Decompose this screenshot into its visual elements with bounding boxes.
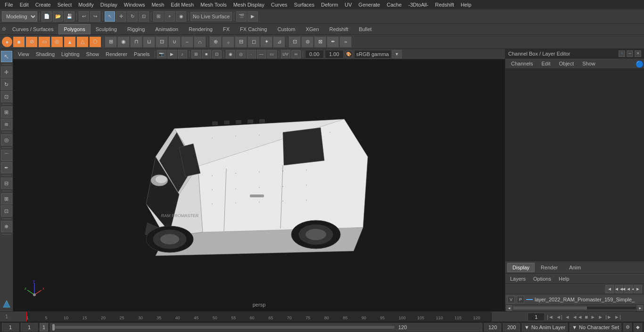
soft-modify-button[interactable]: ≋ [1, 119, 12, 130]
shelf-plane[interactable]: ▭ [38, 36, 50, 48]
render-settings-button[interactable]: 🎬 [236, 11, 247, 22]
vp-menu-show[interactable]: Show [83, 50, 102, 58]
timeline-ruler[interactable]: 1 5 10 15 20 25 30 35 40 45 50 55 60 65 … [26, 312, 492, 322]
menu-create[interactable]: Create [33, 1, 54, 8]
menu-edit-mesh[interactable]: Edit Mesh [168, 1, 197, 8]
stop-button[interactable]: ■ [585, 314, 588, 320]
next-key-button[interactable]: |► [605, 314, 612, 320]
menu-mesh-display[interactable]: Mesh Display [231, 1, 267, 8]
slider-handle[interactable] [52, 324, 55, 331]
ch-object[interactable]: Object [555, 60, 578, 67]
tab-fx-caching[interactable]: FX Caching [235, 24, 272, 34]
shelf-boolean-diff[interactable]: − [181, 36, 193, 48]
shelf-boolean-union[interactable]: ∪ [168, 36, 181, 48]
menu-modify[interactable]: Modify [75, 1, 96, 8]
freeze-transform-button[interactable]: ❄ [1, 221, 12, 232]
shelf-pyramid[interactable]: △ [76, 36, 89, 48]
gamma-value[interactable]: 1.00 [325, 50, 344, 58]
menu-select[interactable]: Select [55, 1, 75, 8]
open-file-button[interactable]: 📂 [53, 11, 63, 22]
undo-button[interactable]: ↩ [79, 11, 89, 22]
playback-button[interactable]: ▶ [167, 50, 177, 58]
shaded-wire-button[interactable]: ⊡ [212, 50, 222, 58]
scale-tool-button[interactable]: ⊡ [139, 11, 149, 22]
shelf-cone[interactable]: ▲ [64, 36, 76, 48]
menu-windows[interactable]: Windows [121, 1, 148, 8]
layer-add-button[interactable]: ► [634, 285, 642, 293]
tab-bullet[interactable]: Bullet [354, 24, 377, 34]
keyframe-button[interactable]: ◆ [634, 323, 642, 332]
tab-anim[interactable]: Anim [564, 263, 586, 272]
vp-menu-lighting[interactable]: Lighting [58, 50, 83, 58]
menu-mesh[interactable]: Mesh [149, 1, 167, 8]
tab-rigging[interactable]: Rigging [122, 24, 150, 34]
tab-xgen[interactable]: XGen [300, 24, 324, 34]
shelf-combine[interactable]: ⊓ [130, 36, 142, 48]
shelf-sphere[interactable]: ● [2, 37, 12, 47]
layer-visibility-button[interactable]: V [507, 296, 515, 303]
shelf-poke[interactable]: ✦ [260, 36, 272, 48]
shelf-wedge[interactable]: ⊿ [273, 36, 285, 48]
vp-menu-shading[interactable]: Shading [33, 50, 58, 58]
menu-uv[interactable]: UV [342, 1, 355, 8]
gamma-arrow[interactable]: ▼ [392, 50, 402, 58]
move-tool-button[interactable]: ✛ [116, 11, 126, 22]
shelf-fill-hole[interactable]: ◻ [248, 36, 260, 48]
new-file-button[interactable]: 📄 [41, 11, 52, 22]
lh-options[interactable]: Options [530, 275, 554, 283]
menu-surfaces[interactable]: Surfaces [291, 1, 317, 8]
shelf-subdiv[interactable]: ⊞ [105, 36, 117, 48]
playback-end-field[interactable]: 120 [484, 323, 501, 332]
scroll-track[interactable] [513, 306, 636, 310]
layer-options-button[interactable]: ◄◄◄ [624, 285, 633, 293]
panel-minimize[interactable]: ─ [627, 50, 633, 57]
tab-custom[interactable]: Custom [272, 24, 301, 34]
edge-button[interactable]: — [257, 50, 266, 58]
display-options-button[interactable]: ⊟ [1, 178, 12, 189]
prev-key-button[interactable]: ◄| [556, 314, 562, 320]
vp-menu-panels[interactable]: Panels [131, 50, 153, 58]
layer-add-selected-button[interactable]: ◄ [605, 285, 614, 293]
snap-curve-button[interactable]: ⌖ [165, 11, 175, 22]
exposure-value[interactable]: 0.00 [305, 50, 324, 58]
shelf-ring-cut[interactable]: ⊜ [301, 36, 314, 48]
shelf-paint-sel[interactable]: ✒ [327, 36, 339, 48]
menu-display[interactable]: Display [98, 1, 120, 8]
render-button[interactable]: ▶ [248, 11, 258, 22]
shaded-button[interactable]: ■ [202, 50, 211, 58]
shelf-bridge[interactable]: ⊟ [235, 36, 247, 48]
menu-redshift[interactable]: Redshift [432, 1, 457, 8]
shelf-settings-icon[interactable]: ⚙ [2, 26, 6, 32]
vp-menu-renderer[interactable]: Renderer [103, 50, 130, 58]
scale-button[interactable]: ⊡ [1, 91, 12, 102]
layer-item[interactable]: V P layer_2022_RAM_Promaster_159_Simple_ [505, 294, 644, 305]
scroll-right-button[interactable]: ► [637, 305, 643, 311]
move-button[interactable]: ✛ [1, 66, 12, 78]
ch-show[interactable]: Show [578, 60, 599, 67]
range-end-field[interactable]: 200 [503, 323, 520, 332]
uv-button[interactable]: UV [281, 50, 290, 58]
go-start-button[interactable]: |◄ [547, 314, 553, 320]
universal-manip-button[interactable]: ⊞ [1, 106, 12, 118]
wireframe-button[interactable]: ⊞ [191, 50, 201, 58]
select-mode-button[interactable]: ↖ [1, 51, 12, 62]
paint-sel-button[interactable]: ✒ [1, 162, 12, 173]
timeline[interactable]: 1 1 5 10 15 20 25 30 35 40 45 50 55 60 6… [0, 311, 644, 322]
menu-edit[interactable]: Edit [17, 1, 32, 8]
gamma-label[interactable]: sRGB gamma [354, 50, 391, 58]
shelf-mirror[interactable]: ⊡ [156, 36, 168, 48]
frame-slider[interactable]: 120 [50, 323, 482, 332]
select-tool-button[interactable]: ↖ [105, 11, 115, 22]
vertex-button[interactable]: · [247, 50, 256, 58]
redo-button[interactable]: ↪ [90, 11, 100, 22]
shelf-prism[interactable]: ⬡ [89, 36, 101, 48]
menu-3dtoall[interactable]: -3DtoAll- [405, 1, 431, 8]
shelf-sculpt[interactable]: ≈ [339, 36, 352, 48]
color-space-button[interactable]: 🎨 [345, 50, 353, 58]
maya-icon[interactable] [1, 298, 12, 309]
tab-rendering[interactable]: Rendering [183, 24, 218, 34]
anim-layer-dropdown[interactable]: ▼ No Anim Layer [522, 323, 568, 332]
shelf-smooth[interactable]: ◉ [117, 36, 130, 48]
workspace-dropdown[interactable]: Modeling [2, 11, 37, 22]
tab-fx[interactable]: FX [218, 24, 235, 34]
